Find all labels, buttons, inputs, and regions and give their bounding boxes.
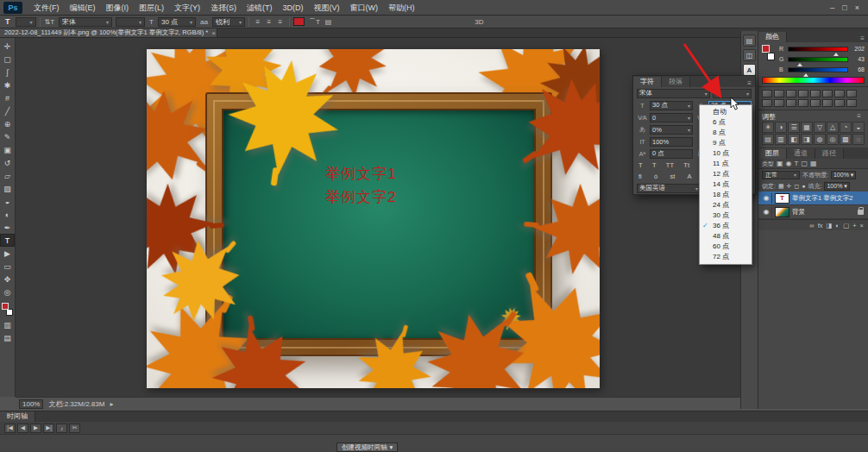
brush-tool[interactable]: ✎ xyxy=(0,130,15,143)
collapsed-panel-history[interactable]: ▤ xyxy=(743,35,756,47)
text-orientation-icon[interactable]: ⇅T xyxy=(44,18,56,26)
minimize-button[interactable]: – xyxy=(830,3,834,12)
ligatures-icon[interactable]: fi xyxy=(638,173,642,180)
font-family-select[interactable]: 宋体▾ xyxy=(59,17,112,27)
style-swatch[interactable] xyxy=(786,99,796,107)
document-image[interactable]: 举例文字1 举例文字2 xyxy=(147,49,600,388)
green-slider[interactable] xyxy=(788,57,848,62)
adjustment-icon[interactable]: ◨ xyxy=(801,134,813,145)
style-swatch[interactable] xyxy=(810,99,821,107)
document-tab[interactable]: 2022-12-08_111449 副本.png @ 100%(举例文字1 举例… xyxy=(0,28,217,37)
type-tool[interactable]: T xyxy=(0,234,15,247)
close-icon[interactable]: × xyxy=(211,29,216,37)
new-layer-icon[interactable]: + xyxy=(852,222,856,229)
opacity-field[interactable]: 100%▾ xyxy=(831,171,856,179)
adjustment-icon[interactable]: ☰ xyxy=(788,122,800,133)
dropdown-option[interactable]: 11 点 xyxy=(700,159,752,169)
dropdown-option[interactable]: 30 点 xyxy=(700,210,752,221)
split-clip-icon[interactable]: ✄ xyxy=(69,424,80,433)
audio-toggle-icon[interactable]: ♪ xyxy=(56,424,67,433)
char-font-size-select[interactable]: 30 点▾ xyxy=(650,101,693,110)
zoom-tool[interactable]: ◎ xyxy=(0,286,15,298)
status-expander-icon[interactable]: ▸ xyxy=(110,400,113,408)
style-swatch[interactable] xyxy=(798,99,808,107)
align-right-icon[interactable]: ≡ xyxy=(275,18,286,26)
foreground-color-swatch[interactable] xyxy=(2,303,9,310)
foreground-color-swatch[interactable] xyxy=(762,45,770,53)
layer-row-text[interactable]: ◉ T 举例文字1 举例文字2 xyxy=(758,191,868,205)
style-swatch[interactable] xyxy=(774,90,784,97)
adjustment-icon[interactable]: △ xyxy=(827,122,839,133)
discretionary-ligatures-icon[interactable]: st xyxy=(670,173,675,180)
kerning-select[interactable]: 0▾ xyxy=(650,113,693,122)
collapsed-panel-libraries[interactable]: A xyxy=(743,64,756,76)
menu-layer[interactable]: 图层(L) xyxy=(134,0,169,16)
adjustment-icon[interactable]: ☀ xyxy=(762,122,774,133)
lock-transparency-icon[interactable]: ▦ xyxy=(778,183,784,190)
next-frame-button[interactable]: ▶| xyxy=(43,424,54,433)
adjustment-layer-icon[interactable]: ◐ xyxy=(836,222,840,229)
antialias-select[interactable]: 锐利▾ xyxy=(212,17,245,27)
background-color-swatch[interactable] xyxy=(767,53,775,60)
adjustment-icon[interactable]: ◑ xyxy=(775,122,787,133)
gradient-tool[interactable]: ▨ xyxy=(0,182,15,195)
text-layer-thumbnail[interactable]: T xyxy=(775,193,789,204)
dropdown-option[interactable]: 8 点 xyxy=(700,128,752,138)
first-frame-button[interactable]: |◀ xyxy=(4,424,16,433)
dropdown-option[interactable]: 48 点 xyxy=(700,231,752,242)
filter-smart-icon[interactable]: ▦ xyxy=(810,160,817,167)
history-brush-tool[interactable]: ↺ xyxy=(0,156,15,169)
adjustment-icon[interactable]: ▦ xyxy=(801,122,813,133)
fill-field[interactable]: 100%▾ xyxy=(824,182,849,191)
quick-mask-button[interactable]: ▥ xyxy=(0,318,15,331)
visibility-eye-icon[interactable]: ◉ xyxy=(761,193,772,204)
tab-paths[interactable]: 路径 xyxy=(815,148,844,159)
panel-menu-icon[interactable]: ≡ xyxy=(857,112,865,121)
menu-help[interactable]: 帮助(H) xyxy=(383,0,420,16)
small-caps-icon[interactable]: Tt xyxy=(683,161,689,169)
blur-tool[interactable]: ◒ xyxy=(0,195,15,208)
menu-image[interactable]: 图像(I) xyxy=(101,0,135,16)
dropdown-option[interactable]: 14 点 xyxy=(700,179,752,190)
adjustment-icon[interactable]: ◎ xyxy=(827,134,839,145)
style-swatch[interactable] xyxy=(786,90,796,97)
align-left-icon[interactable]: ≡ xyxy=(253,18,263,26)
swash-icon[interactable]: A xyxy=(688,173,692,180)
green-value[interactable]: 43 xyxy=(851,56,865,62)
menu-select[interactable]: 选择(S) xyxy=(205,0,242,16)
style-swatch[interactable] xyxy=(798,90,808,97)
tab-character[interactable]: 字符 xyxy=(633,77,662,87)
vertical-scale-field[interactable]: 100% xyxy=(650,137,693,147)
menu-file[interactable]: 文件(F) xyxy=(28,0,65,16)
slider-thumb[interactable] xyxy=(797,63,802,66)
dropdown-option[interactable]: 12 点 xyxy=(700,169,752,179)
dodge-tool[interactable]: ◐ xyxy=(0,208,15,221)
collapsed-panel-properties[interactable]: ◫ xyxy=(743,49,756,61)
create-video-timeline-button[interactable]: 创建视频时间轴 ▾ xyxy=(337,443,398,452)
dropdown-option[interactable]: 10 点 xyxy=(700,148,752,159)
shape-tool[interactable]: ▭ xyxy=(0,260,15,273)
hand-tool[interactable]: ✥ xyxy=(0,273,15,286)
proportional-spacing-select[interactable]: 0%▾ xyxy=(650,125,693,135)
tab-color[interactable]: 颜色 xyxy=(758,32,787,42)
layer-effects-icon[interactable]: fx xyxy=(818,222,823,229)
maximize-button[interactable]: □ xyxy=(842,3,846,12)
menu-type[interactable]: 文字(Y) xyxy=(169,0,205,16)
dropdown-option[interactable]: 24 点 xyxy=(700,200,752,210)
lasso-tool[interactable]: ʃ xyxy=(0,66,15,78)
style-swatch[interactable] xyxy=(846,90,857,97)
previous-frame-button[interactable]: ◀ xyxy=(17,424,28,433)
char-font-style-select[interactable]: ▾ xyxy=(713,89,752,98)
path-select-tool[interactable]: ▶ xyxy=(0,247,15,260)
tab-channels[interactable]: 通道 xyxy=(787,148,815,159)
screen-mode-button[interactable]: ▤ xyxy=(0,331,15,344)
play-button[interactable]: ▶ xyxy=(30,424,41,433)
tab-paragraph[interactable]: 段落 xyxy=(662,77,690,87)
style-swatch[interactable] xyxy=(822,90,833,97)
menu-filter[interactable]: 滤镜(T) xyxy=(242,0,278,16)
layer-name[interactable]: 举例文字1 举例文字2 xyxy=(792,194,865,203)
layer-name[interactable]: 背景 xyxy=(792,208,855,217)
style-swatch[interactable] xyxy=(774,99,784,107)
eraser-tool[interactable]: ▱ xyxy=(0,169,15,182)
slider-thumb[interactable] xyxy=(803,73,808,77)
